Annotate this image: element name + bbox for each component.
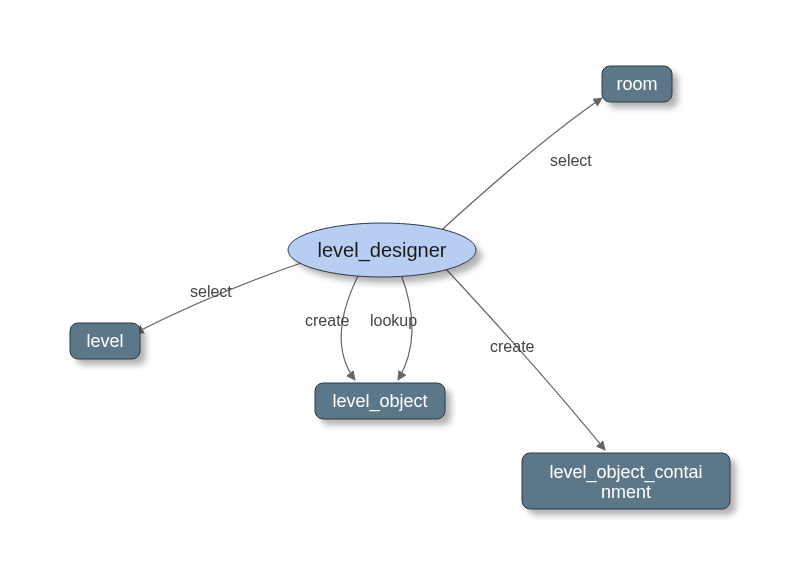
edge-label-designer-containment: create bbox=[490, 338, 535, 355]
edge-label-designer-object-create: create bbox=[305, 312, 350, 329]
edge-label-designer-level: select bbox=[190, 283, 232, 300]
edge-label-designer-room: select bbox=[550, 152, 592, 169]
node-level-designer[interactable]: level_designer bbox=[288, 223, 482, 283]
node-containment-label-line2: nment bbox=[601, 482, 651, 502]
node-room[interactable]: room bbox=[602, 66, 678, 108]
diagram-canvas: select select create lookup create room … bbox=[0, 0, 800, 565]
node-level-object-containment[interactable]: level_object_contai nment bbox=[522, 453, 736, 515]
node-room-label: room bbox=[616, 74, 657, 94]
node-containment-label-line1: level_object_contai bbox=[549, 462, 702, 483]
edge-designer-containment bbox=[445, 268, 605, 450]
node-level-label: level bbox=[86, 331, 123, 351]
node-level-designer-label: level_designer bbox=[318, 239, 447, 262]
edge-label-designer-object-lookup: lookup bbox=[370, 312, 417, 329]
node-level-object[interactable]: level_object bbox=[315, 383, 451, 425]
node-level[interactable]: level bbox=[70, 323, 146, 365]
node-level-object-label: level_object bbox=[332, 391, 427, 412]
